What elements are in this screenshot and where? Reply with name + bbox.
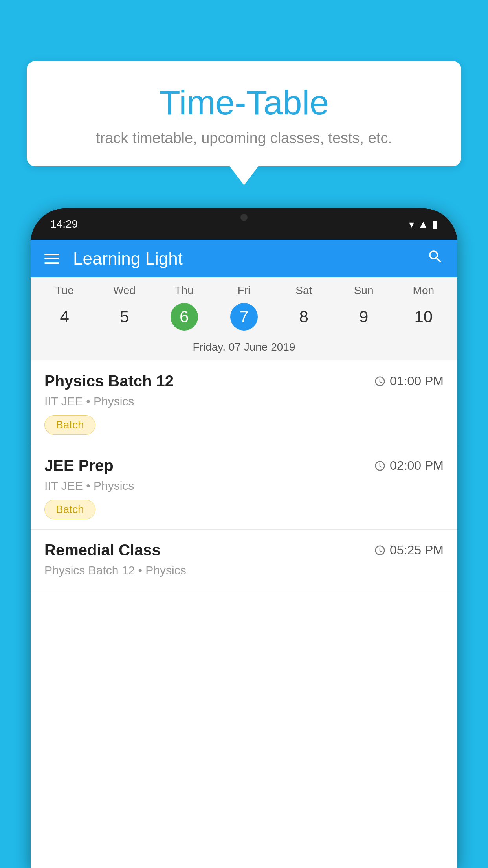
day-header-sat: Sat [274,284,334,297]
status-icons: ▾ ▲ ▮ [409,218,438,230]
app-title: Learning Light [73,249,427,268]
item-3-title: Remedial Class [44,541,161,559]
schedule-item-3[interactable]: Remedial Class 05:25 PM Physics Batch 12… [31,530,457,594]
clock-icon-1 [374,375,386,387]
day-8[interactable]: 8 [274,303,334,331]
battery-icon: ▮ [432,218,438,230]
hamburger-menu-button[interactable] [44,254,59,264]
item-1-badge: Batch [44,415,95,435]
selected-date-label: Friday, 07 June 2019 [35,337,453,360]
schedule-item-2[interactable]: JEE Prep 02:00 PM IIT JEE • Physics Batc… [31,445,457,530]
item-2-subtitle: IIT JEE • Physics [44,479,444,493]
day-header-thu: Thu [154,284,214,297]
speech-bubble: Time-Table track timetable, upcoming cla… [27,61,461,166]
day-9[interactable]: 9 [334,303,393,331]
bubble-subtitle: track timetable, upcoming classes, tests… [50,130,438,147]
day-numbers: 4 5 6 7 8 9 10 [35,300,453,337]
status-time: 14:29 [50,218,78,230]
item-2-badge: Batch [44,500,95,519]
day-header-mon: Mon [394,284,453,297]
item-3-time: 05:25 PM [374,543,444,557]
phone-content: Learning Light Tue Wed Thu Fri Sat Sun M… [31,240,457,868]
day-10[interactable]: 10 [394,303,453,331]
day-header-fri: Fri [214,284,274,297]
wifi-icon: ▾ [409,218,414,230]
bubble-title: Time-Table [50,83,438,123]
item-2-time: 02:00 PM [374,458,444,473]
camera-dot [240,214,248,221]
schedule-item-2-header: JEE Prep 02:00 PM [44,457,444,474]
phone-top-bar: 14:29 ▾ ▲ ▮ [31,208,457,240]
day-4[interactable]: 4 [35,303,94,331]
day-headers: Tue Wed Thu Fri Sat Sun Mon [35,277,453,300]
item-1-title: Physics Batch 12 [44,372,174,390]
day-5[interactable]: 5 [94,303,154,331]
schedule-item-1[interactable]: Physics Batch 12 01:00 PM IIT JEE • Phys… [31,360,457,445]
item-1-subtitle: IIT JEE • Physics [44,395,444,408]
item-3-subtitle: Physics Batch 12 • Physics [44,564,444,577]
schedule-item-3-header: Remedial Class 05:25 PM [44,541,444,559]
phone-frame: 14:29 ▾ ▲ ▮ Learning Light [31,208,457,868]
search-icon[interactable] [427,248,444,269]
app-header: Learning Light [31,240,457,277]
day-6-today[interactable]: 6 [171,303,198,331]
clock-icon-2 [374,460,386,472]
day-header-sun: Sun [334,284,393,297]
day-7-selected[interactable]: 7 [230,303,258,331]
schedule-item-1-header: Physics Batch 12 01:00 PM [44,372,444,390]
phone-notch [220,208,268,226]
item-1-time: 01:00 PM [374,374,444,388]
signal-icon: ▲ [418,218,428,230]
day-header-tue: Tue [35,284,94,297]
schedule-container: Physics Batch 12 01:00 PM IIT JEE • Phys… [31,360,457,594]
item-2-title: JEE Prep [44,457,114,474]
day-header-wed: Wed [94,284,154,297]
calendar-strip: Tue Wed Thu Fri Sat Sun Mon 4 5 6 7 8 9 … [31,277,457,360]
clock-icon-3 [374,544,386,556]
